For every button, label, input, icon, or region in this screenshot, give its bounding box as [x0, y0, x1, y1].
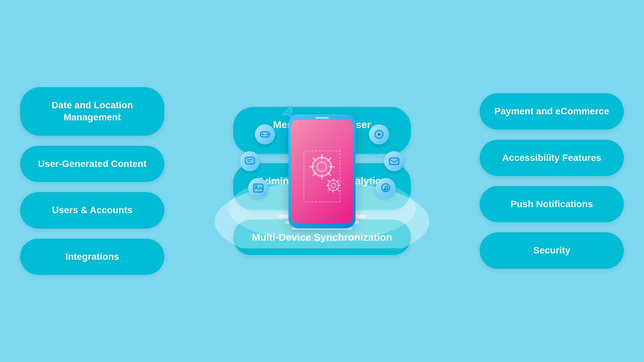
gear-small-icon: [325, 177, 342, 197]
right-column: Payment and eCommerce Accessibility Feat…: [480, 93, 624, 269]
svg-point-14: [382, 184, 390, 192]
gamepad-icon: [255, 124, 275, 144]
svg-line-23: [313, 158, 316, 161]
pill-push-notifications[interactable]: Push Notifications: [480, 186, 624, 222]
pill-users-accounts[interactable]: Users & Accounts: [20, 192, 164, 228]
svg-line-33: [328, 180, 330, 182]
pill-security[interactable]: Security: [480, 232, 624, 268]
svg-line-26: [313, 173, 316, 175]
page-container: Date and Location Management User-Genera…: [0, 0, 644, 362]
svg-line-36: [328, 189, 330, 191]
svg-rect-7: [245, 157, 255, 164]
pill-payment[interactable]: Payment and eCommerce: [480, 93, 624, 129]
svg-point-4: [268, 134, 269, 135]
svg-rect-13: [389, 158, 399, 165]
left-column: Date and Location Management User-Genera…: [20, 87, 164, 275]
pill-date-location[interactable]: Date and Location Management: [20, 87, 164, 136]
phone-illustration: [221, 74, 423, 248]
center-column: Messaging and User Engagement Admin Pane…: [233, 107, 411, 255]
pill-security-label: Security: [533, 244, 571, 256]
chat-icon: [240, 151, 260, 171]
phone-speaker: [315, 117, 329, 119]
svg-line-35: [337, 180, 339, 182]
svg-line-25: [328, 158, 331, 161]
pill-integrations[interactable]: Integrations: [20, 239, 164, 275]
image-icon: [248, 178, 268, 198]
play-icon: [369, 124, 389, 144]
pill-payment-label: Payment and eCommerce: [494, 105, 609, 117]
svg-point-3: [266, 134, 268, 135]
pill-accessibility[interactable]: Accessibility Features: [480, 140, 624, 176]
svg-line-34: [337, 189, 339, 191]
pill-date-location-label: Date and Location Management: [34, 99, 151, 124]
svg-rect-10: [254, 184, 263, 192]
svg-point-15: [384, 189, 386, 191]
phone-device: [288, 114, 356, 228]
pill-push-notifications-label: Push Notifications: [511, 198, 593, 210]
mail-icon: [384, 151, 404, 171]
svg-point-16: [386, 188, 388, 190]
pill-user-generated[interactable]: User-Generated Content: [20, 146, 164, 182]
pill-user-generated-label: User-Generated Content: [38, 158, 147, 170]
pill-integrations-label: Integrations: [65, 251, 119, 263]
phone-screen: [291, 120, 353, 223]
pill-accessibility-label: Accessibility Features: [502, 152, 601, 164]
music-icon: [376, 178, 396, 198]
svg-line-24: [328, 173, 331, 175]
pill-users-accounts-label: Users & Accounts: [52, 204, 132, 216]
